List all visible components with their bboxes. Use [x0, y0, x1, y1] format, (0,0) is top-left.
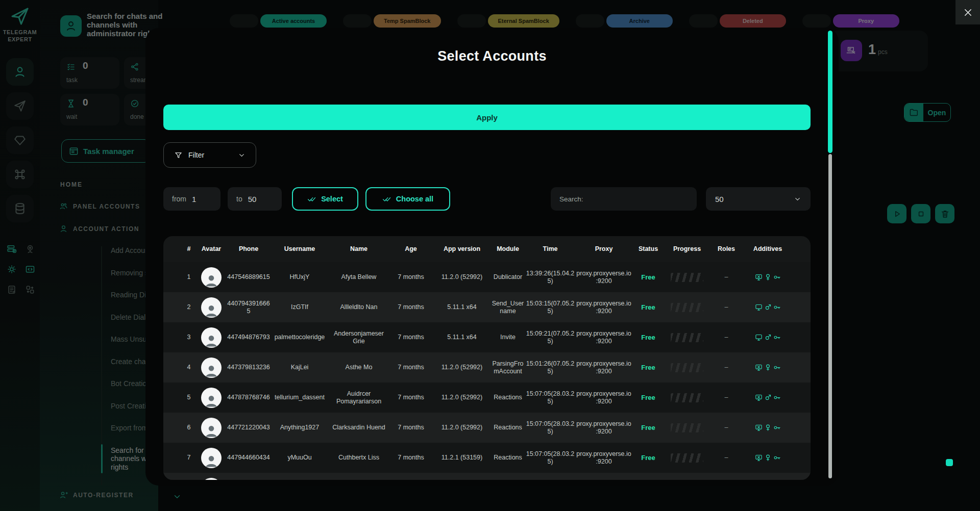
cell-index: 6 — [182, 424, 195, 431]
cell-proxy: proxy.proxyverse.io:9200 — [576, 420, 631, 436]
table-header-cell: Phone — [227, 245, 270, 253]
cell-app-version: 11.2.0 (52992) — [433, 364, 491, 371]
modal-title: Select Accounts — [145, 48, 839, 64]
male-icon — [764, 303, 772, 311]
cell-avatar — [197, 448, 226, 468]
cell-app-version: 5.11.1 x64 — [433, 303, 491, 311]
table-header-cell: Age — [389, 245, 432, 253]
progress-bar — [671, 363, 703, 372]
app-root: TELEGRAM EXPERT — [0, 0, 980, 511]
cell-additives — [744, 424, 792, 431]
table-header-row: # Avatar Phone Username Name Age App ver… — [163, 236, 811, 262]
table-row[interactable]: 6 447721220043 Anything1927 Clarksardin … — [163, 413, 811, 443]
cell-proxy: proxy.proxyverse.io:9200 — [576, 330, 631, 345]
progress-bar — [671, 333, 703, 342]
page-size-select[interactable]: 50 — [706, 187, 811, 211]
key-icon — [773, 424, 781, 431]
cell-name: Afyta Bellew — [329, 273, 388, 281]
avatar — [201, 388, 222, 408]
status-badge: Free — [632, 364, 664, 371]
funnel-icon — [174, 151, 183, 160]
table-header-cell: Username — [271, 245, 328, 253]
cell-avatar — [197, 327, 226, 348]
table-row[interactable]: 4 447379813236 KajLei Asthe Mo 7 months … — [163, 352, 811, 382]
cell-roles: – — [710, 303, 743, 311]
cell-phone: 447546889615 — [227, 273, 270, 281]
avatar — [201, 327, 222, 348]
cell-module: ParsingFromAccount — [492, 360, 524, 375]
table-row[interactable]: 1 447546889615 HfUxjY Afyta Bellew 7 mon… — [163, 262, 811, 292]
filter-dropdown[interactable]: Filter — [163, 142, 256, 168]
table-row[interactable]: 3 447494876793 palmettocoleridge Anderso… — [163, 322, 811, 352]
cell-additives — [744, 394, 792, 401]
avatar — [201, 297, 222, 318]
search-input[interactable] — [551, 187, 697, 211]
corner-chip — [946, 459, 953, 466]
cell-app-version: 11.2.0 (52992) — [433, 424, 491, 431]
cell-index: 7 — [182, 454, 195, 462]
cell-name: Cuthbertx Liss — [329, 454, 388, 462]
cell-name: Asthe Mo — [329, 364, 388, 371]
cell-age: 7 months — [389, 454, 432, 462]
filter-label: Filter — [188, 151, 232, 159]
close-button[interactable] — [955, 0, 980, 24]
male-icon — [764, 334, 772, 341]
table-row[interactable]: 2 4407943916665 IzGTIf Allleldlto Nan 7 … — [163, 292, 811, 322]
cell-age: 7 months — [389, 303, 432, 311]
cell-module: Send_Username — [492, 300, 524, 315]
choose-all-button-label: Choose all — [396, 195, 433, 203]
male-icon — [764, 394, 772, 401]
cell-username: KajLei — [271, 364, 328, 371]
table-header-cell: Additives — [744, 245, 792, 253]
cell-additives — [744, 454, 792, 462]
key-icon — [773, 364, 781, 371]
cell-progress — [665, 363, 709, 372]
choose-all-button[interactable]: Choose all — [365, 187, 450, 211]
cell-username: palmettocoleridge — [271, 334, 328, 341]
cell-roles: – — [710, 424, 743, 431]
scrollbar-track[interactable] — [828, 154, 832, 478]
table-row[interactable]: 5 447878768746 tellurium_dassent Auidrce… — [163, 382, 811, 413]
scrollbar-thumb[interactable] — [828, 31, 832, 153]
cell-progress — [665, 273, 709, 282]
progress-bar — [671, 453, 703, 463]
to-field[interactable]: to 50 — [228, 187, 282, 211]
table-header-cell: Time — [525, 245, 575, 253]
key-icon — [773, 334, 781, 341]
cell-module: Reactions — [492, 424, 524, 431]
table-header-cell: Module — [492, 245, 524, 253]
cell-username: tellurium_dassent — [271, 394, 328, 401]
page-size-value: 50 — [715, 195, 794, 203]
cell-module: Invite — [492, 334, 524, 341]
cell-proxy: proxy.proxyverse.io:9200 — [576, 270, 631, 285]
progress-bar — [671, 393, 703, 402]
key-icon — [773, 394, 781, 401]
cell-app-version: 5.11.1 x64 — [433, 334, 491, 341]
key-icon — [773, 273, 781, 281]
table-header-cell: Avatar — [197, 245, 226, 253]
table-row[interactable]: 8 44746650553 unsaturationama Reactions … — [163, 473, 811, 480]
cell-time: 15:01:26(07.05.25) — [525, 360, 575, 375]
cell-progress — [665, 303, 709, 312]
double-check-icon — [382, 194, 391, 203]
cell-additives — [744, 364, 792, 371]
cell-index: 3 — [182, 334, 195, 341]
cell-proxy: proxy.proxyverse.io:9200 — [576, 300, 631, 315]
cell-roles: – — [710, 273, 743, 281]
cell-index: 4 — [182, 364, 195, 371]
cell-phone: 447721220043 — [227, 424, 270, 431]
cell-name: Allleldlto Nan — [329, 303, 388, 311]
select-button[interactable]: Select — [292, 187, 358, 211]
apply-button[interactable]: Apply — [163, 105, 811, 130]
monitor-icon — [755, 303, 763, 311]
cell-time: 13:39:26(15.04.25) — [525, 270, 575, 285]
cell-app-version: 11.2.1 (53159) — [433, 454, 491, 462]
from-field[interactable]: from 1 — [163, 187, 220, 211]
cell-username: yMuuOu — [271, 454, 328, 462]
monitor-x-icon — [755, 364, 763, 371]
cell-age: 7 months — [389, 273, 432, 281]
cell-roles: – — [710, 364, 743, 371]
cell-time: 15:07:05(28.03.25) — [525, 420, 575, 436]
table-row[interactable]: 7 447944660434 yMuuOu Cuthbertx Liss 7 m… — [163, 443, 811, 473]
status-badge: Free — [632, 424, 664, 431]
